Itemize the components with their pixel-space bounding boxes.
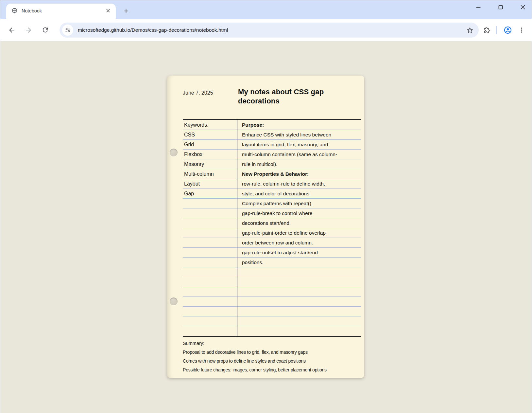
purpose-cell: gap-rule-paint-order to define overlap (237, 228, 361, 238)
purpose-cell: layout items in grid, flex, masonry, and (237, 140, 361, 150)
punch-hole-icon (170, 149, 178, 156)
keyword-cell (183, 297, 237, 307)
notes-table: Keywords:CSSGridFlexboxMasonryMulti-colu… (183, 119, 361, 337)
punch-hole-icon (170, 297, 178, 305)
keyword-cell (183, 218, 237, 228)
page-content: June 7, 2025 My notes about CSS gap deco… (0, 41, 532, 413)
bookmark-star-icon[interactable] (466, 26, 474, 34)
tab-title: Notebook (22, 8, 105, 13)
keyword-cell (183, 307, 237, 316)
purpose-cell (237, 287, 361, 297)
keyword-cell (183, 208, 237, 218)
reload-button[interactable] (40, 25, 51, 36)
toolbar-divider (496, 26, 497, 34)
purpose-cell: style, and color of decorations. (237, 189, 361, 199)
note-date: June 7, 2025 (183, 90, 213, 96)
summary-line: Proposal to add decorative lines to grid… (183, 350, 358, 355)
keyword-cell (183, 228, 237, 238)
purpose-cell (237, 307, 361, 316)
new-tab-button[interactable] (121, 6, 130, 15)
purpose-header-cell: Purpose: (237, 120, 361, 130)
purpose-cell: decorations start/end. (237, 218, 361, 228)
notebook-card: June 7, 2025 My notes about CSS gap deco… (167, 76, 364, 378)
keyword-cell: CSS (183, 130, 237, 140)
keyword-cell (183, 287, 237, 297)
browser-tab[interactable]: Notebook (6, 4, 116, 19)
purpose-cell: multi-column containers (same as column- (237, 150, 361, 159)
tab-close-icon[interactable] (105, 8, 111, 14)
keyword-cell (183, 267, 237, 277)
browser-window: Notebook (0, 0, 532, 413)
purpose-cell (237, 316, 361, 326)
back-button[interactable] (6, 25, 17, 36)
forward-button[interactable] (23, 25, 34, 36)
purpose-cell (237, 297, 361, 307)
browser-toolbar: microsoftedge.github.io/Demos/css-gap-de… (0, 19, 532, 41)
purpose-cell: gap-rule-break to control where (237, 208, 361, 218)
keyword-cell (183, 277, 237, 287)
keyword-cell (183, 199, 237, 208)
keyword-cell: Gap (183, 189, 237, 199)
keyword-cell (183, 248, 237, 258)
keyword-cell (183, 238, 237, 248)
purpose-cell: gap-rule-outset to adjust start/end (237, 248, 361, 258)
keyword-cell: Grid (183, 140, 237, 150)
purpose-cell: order between row and column. (237, 238, 361, 248)
purpose-column: Purpose:Enhance CSS with styled lines be… (237, 120, 361, 336)
summary-label: Summary: (183, 341, 358, 346)
profile-icon[interactable] (502, 25, 513, 36)
summary-line: Possible future changes: images, corner … (183, 367, 358, 372)
address-bar[interactable]: microsoftedge.github.io/Demos/css-gap-de… (60, 23, 479, 38)
maximize-button[interactable] (496, 3, 505, 11)
window-controls (474, 3, 527, 11)
purpose-cell: positions. (237, 258, 361, 267)
purpose-cell: rule in multicol). (237, 159, 361, 169)
keyword-cell: Flexbox (183, 150, 237, 159)
keyword-cell (183, 326, 237, 336)
keyword-cell: Masonry (183, 159, 237, 169)
keyword-cell: Multi-column (183, 169, 237, 179)
menu-icon[interactable] (516, 25, 527, 36)
note-header: June 7, 2025 My notes about CSS gap deco… (183, 87, 350, 106)
note-title: My notes about CSS gap decorations (238, 87, 348, 106)
keywords-header-cell: Keywords: (183, 120, 237, 130)
tab-strip: Notebook (0, 0, 532, 19)
keyword-cell (183, 316, 237, 326)
close-button[interactable] (519, 3, 527, 11)
url-text[interactable]: microsoftedge.github.io/Demos/css-gap-de… (78, 27, 466, 33)
keywords-column: Keywords:CSSGridFlexboxMasonryMulti-colu… (183, 120, 237, 336)
purpose-cell (237, 267, 361, 277)
purpose-cell (237, 277, 361, 287)
purpose-cell: New Properties & Behavior: (237, 169, 361, 179)
purpose-cell: Enhance CSS with styled lines between (237, 130, 361, 140)
summary-lines: Proposal to add decorative lines to grid… (183, 350, 358, 372)
purpose-cell (237, 326, 361, 336)
summary-section: Summary: Proposal to add decorative line… (183, 341, 358, 372)
site-settings-icon[interactable] (62, 25, 73, 36)
minimize-button[interactable] (474, 3, 483, 11)
purpose-cell: row-rule, column-rule to define width, (237, 179, 361, 189)
globe-favicon-icon (11, 8, 18, 14)
extensions-icon[interactable] (481, 25, 492, 36)
keyword-cell (183, 258, 237, 267)
summary-line: Comes with new props to define line styl… (183, 358, 358, 364)
purpose-cell: Complex patterns with repeat(). (237, 199, 361, 208)
keyword-cell: Layout (183, 179, 237, 189)
